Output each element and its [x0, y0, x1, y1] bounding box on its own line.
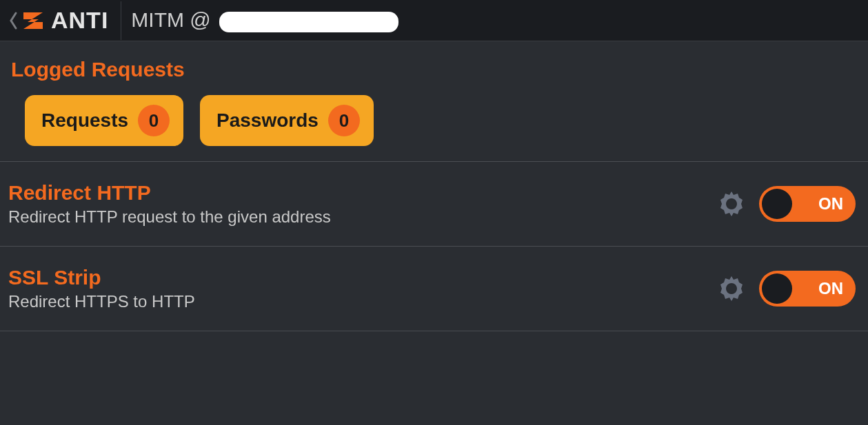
- toggle-ssl-strip[interactable]: ON: [759, 271, 856, 307]
- app-logo[interactable]: ANTI: [21, 0, 118, 41]
- svg-point-1: [727, 284, 736, 293]
- setting-ssl-strip: SSL Strip Redirect HTTPS to HTTP ON: [0, 247, 868, 331]
- passwords-count-badge: 0: [328, 105, 360, 136]
- title-prefix: MITM @: [131, 8, 216, 31]
- pill-row: Requests 0 Passwords 0: [11, 95, 857, 146]
- page-title: MITM @: [131, 8, 398, 32]
- setting-text: SSL Strip Redirect HTTPS to HTTP: [8, 266, 716, 311]
- chevron-left-icon: [8, 11, 18, 30]
- section-heading: Logged Requests: [11, 58, 857, 81]
- setting-controls: ON: [716, 271, 856, 307]
- toggle-redirect-http[interactable]: ON: [759, 186, 856, 222]
- setting-title: Redirect HTTP: [8, 181, 716, 205]
- logged-requests-section: Logged Requests Requests 0 Passwords 0: [0, 41, 868, 162]
- gear-icon[interactable]: [716, 189, 747, 219]
- app-name: ANTI: [51, 7, 108, 34]
- toggle-label: ON: [818, 194, 843, 214]
- app-header: ANTI MITM @: [0, 0, 868, 41]
- back-button[interactable]: [0, 11, 21, 30]
- toggle-knob: [762, 189, 792, 219]
- gear-icon[interactable]: [716, 273, 747, 304]
- header-divider: [121, 1, 121, 40]
- toggle-label: ON: [818, 279, 843, 298]
- zanti-z-icon: [21, 8, 46, 33]
- requests-count-badge: 0: [138, 105, 170, 136]
- setting-title: SSL Strip: [8, 266, 716, 289]
- requests-label: Requests: [41, 110, 128, 132]
- setting-redirect-http: Redirect HTTP Redirect HTTP request to t…: [0, 162, 868, 247]
- setting-description: Redirect HTTP request to the given addre…: [8, 207, 716, 227]
- passwords-label: Passwords: [216, 110, 319, 132]
- redacted-target: [219, 12, 398, 32]
- toggle-knob: [762, 273, 792, 304]
- setting-description: Redirect HTTPS to HTTP: [8, 292, 716, 311]
- setting-text: Redirect HTTP Redirect HTTP request to t…: [8, 181, 716, 227]
- setting-controls: ON: [716, 186, 856, 222]
- svg-point-0: [727, 200, 736, 208]
- passwords-button[interactable]: Passwords 0: [200, 95, 374, 146]
- requests-button[interactable]: Requests 0: [25, 95, 183, 146]
